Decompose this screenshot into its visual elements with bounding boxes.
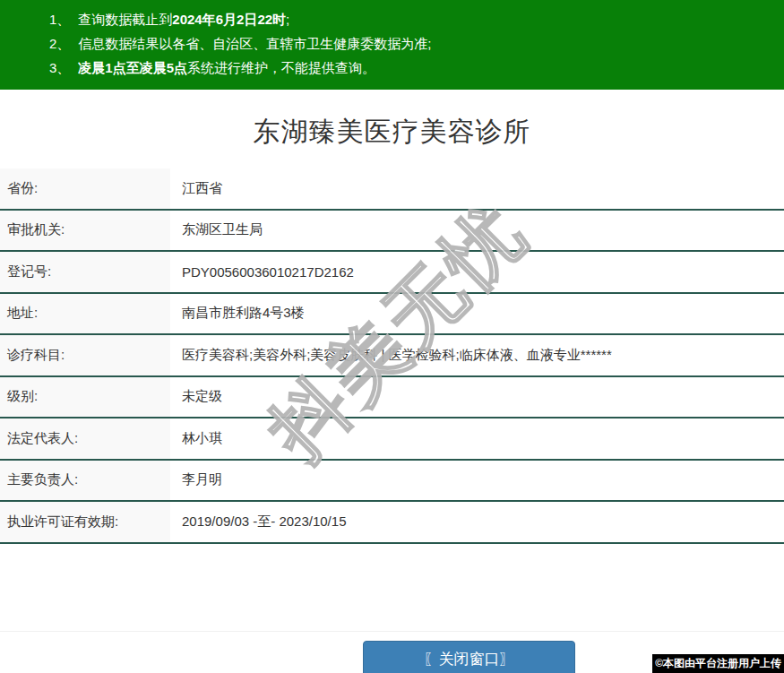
notice-text: ; (286, 12, 289, 27)
row-label: 法定代表人: (0, 418, 170, 459)
page-title: 东湖臻美医疗美容诊所 (0, 114, 784, 151)
row-label: 地址: (0, 294, 170, 334)
row-value: PDY00560036010217D2162 (170, 252, 784, 292)
notice-bar: 1、查询数据截止到2024年6月2日22时; 2、信息数据结果以各省、自治区、直… (0, 0, 784, 90)
row-value: 林小琪 (170, 418, 784, 459)
notice-text: 信息数据结果以各省、自治区、直辖市卫生健康委数据为准; (78, 36, 431, 51)
row-value: 2019/09/03 -至- 2023/10/15 (170, 502, 784, 542)
row-value: 李月明 (170, 461, 784, 501)
notice-number: 2、 (49, 36, 70, 51)
notice-text: 查询数据截止到 (78, 12, 172, 27)
table-row-province: 省份: 江西省 (0, 168, 784, 211)
table-row-registration-number: 登记号: PDY00560036010217D2162 (0, 252, 784, 294)
table-row-medical-subjects: 诊疗科目: 医疗美容科;美容外科;美容皮肤科 | 医学检验科;临床体液、血液专业… (0, 335, 784, 377)
notice-text-bold: 凌晨1点至凌晨5点 (78, 60, 187, 75)
row-value: 医疗美容科;美容外科;美容皮肤科 | 医学检验科;临床体液、血液专业****** (170, 335, 784, 375)
clinic-info-table: 省份: 江西省 审批机关: 东湖区卫生局 登记号: PDY00560036010… (0, 168, 784, 544)
row-label: 诊疗科目: (0, 335, 170, 375)
row-label: 级别: (0, 377, 170, 418)
notice-number: 3、 (49, 60, 70, 75)
row-label: 主要负责人: (0, 461, 170, 501)
table-row-address: 地址: 南昌市胜利路4号3楼 (0, 294, 784, 336)
table-row-level: 级别: 未定级 (0, 377, 784, 419)
table-row-legal-representative: 法定代表人: 林小琪 (0, 418, 784, 461)
notice-number: 1、 (49, 12, 70, 27)
table-row-person-in-charge: 主要负责人: 李月明 (0, 461, 784, 503)
row-value: 江西省 (170, 168, 784, 209)
notice-text-bold: 2024年6月2日22时 (172, 12, 286, 27)
row-label: 登记号: (0, 252, 170, 292)
row-value: 未定级 (170, 377, 784, 418)
notice-text: 系统进行维护，不能提供查询。 (187, 60, 375, 75)
row-label: 省份: (0, 168, 170, 209)
row-value: 南昌市胜利路4号3楼 (170, 294, 784, 334)
footer-divider (0, 631, 784, 632)
table-row-license-validity: 执业许可证有效期: 2019/09/03 -至- 2023/10/15 (0, 502, 784, 544)
notice-line-1: 1、查询数据截止到2024年6月2日22时; (49, 7, 775, 31)
row-value: 东湖区卫生局 (170, 211, 784, 251)
row-label: 执业许可证有效期: (0, 502, 170, 542)
upload-badge: ©本图由平台注册用户上传 (652, 654, 784, 673)
close-window-button[interactable]: 〖关闭窗口〗 (363, 641, 575, 673)
notice-line-2: 2、信息数据结果以各省、自治区、直辖市卫生健康委数据为准; (49, 31, 775, 56)
row-label: 审批机关: (0, 211, 170, 251)
table-row-approval-authority: 审批机关: 东湖区卫生局 (0, 211, 784, 253)
notice-line-3: 3、凌晨1点至凌晨5点系统进行维护，不能提供查询。 (49, 56, 775, 80)
